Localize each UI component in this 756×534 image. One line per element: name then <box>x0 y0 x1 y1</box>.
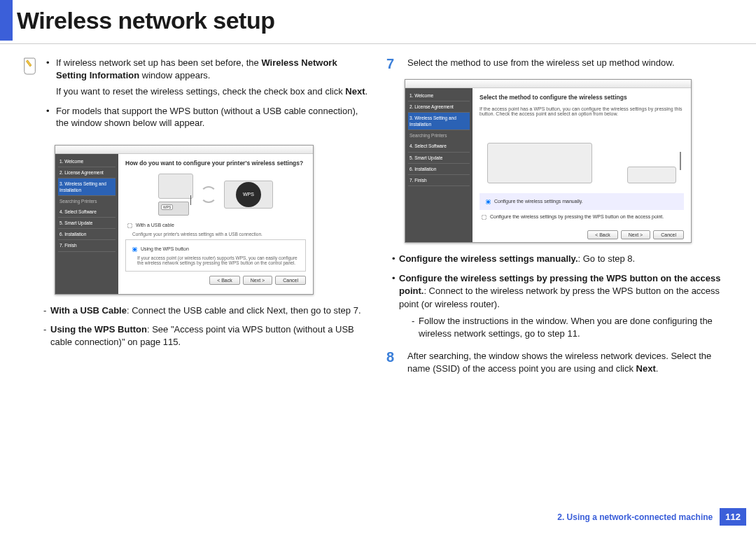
ss-titlebar <box>405 80 691 88</box>
ss-side-item-active: 3. Wireless Setting and Installation <box>408 113 470 130</box>
screenshot-method-select: 1. Welcome 2. License Agreement 3. Wirel… <box>405 79 692 243</box>
step-number: 7 <box>386 57 398 71</box>
ss-sidebar: 1. Welcome 2. License Agreement 3. Wirel… <box>55 154 118 294</box>
right-column: 7 Select the method to use from the wire… <box>378 57 742 384</box>
step-number: 8 <box>386 350 398 364</box>
radio-icon <box>127 223 133 228</box>
ss-radio-2: Using the WPS button <box>130 245 301 254</box>
ss-back-button: < Back <box>587 230 618 239</box>
router-icon: WPS <box>158 202 189 216</box>
ss-side-item: 1. Welcome <box>58 156 115 167</box>
step-7: 7 Select the method to use from the wire… <box>386 57 734 71</box>
header-rule <box>0 43 756 44</box>
ss-main: How do you want to configure your printe… <box>118 154 313 294</box>
method-option-list: Configure the wireless settings manually… <box>386 253 734 340</box>
ss-titlebar <box>55 146 313 154</box>
ss-next-button: Next > <box>621 230 650 239</box>
text: window appears. <box>139 70 210 80</box>
step-text: After searching, the window shows the wi… <box>407 350 734 375</box>
ss-heading: Select the method to configure the wirel… <box>479 94 684 101</box>
page-header: Wireless network setup <box>0 0 756 41</box>
ss-heading: How do you want to configure your printe… <box>125 160 306 167</box>
note-bullets: If wireless network set up has been set … <box>43 57 370 136</box>
opt-manual: Configure the wireless settings manually… <box>392 253 734 265</box>
ss-selected-row: Configure the wireless settings manually… <box>479 193 684 210</box>
label: Configure the wireless settings manually… <box>494 199 583 204</box>
ss-buttons: < Back Next > Cancel <box>125 276 306 285</box>
ss-side-item: 1. Welcome <box>408 90 470 101</box>
note-icon <box>22 57 38 76</box>
wps-badge: WPS <box>161 204 173 210</box>
ss-side-item-active: 3. Wireless Setting and Installation <box>58 178 115 196</box>
ss-side-item: Searching Printers <box>408 130 470 141</box>
text: . <box>656 363 659 374</box>
dash-item-wps: Using the WPS Button: See "Access point … <box>43 323 370 348</box>
ss-radio-1: With a USB cable <box>125 221 306 230</box>
ss-side-item: 6. Installation <box>408 164 470 175</box>
text-bold: Next <box>636 363 656 374</box>
ss-cancel-button: Cancel <box>275 276 306 285</box>
ss-back-button: < Back <box>209 276 240 285</box>
footer-chapter: 2. Using a network-connected machine <box>557 512 713 522</box>
note-bullet-2: For models that support the WPS button (… <box>46 105 370 129</box>
ss-diagram: WPS WPS <box>125 174 306 216</box>
dash-item-usb: With a USB Cable: Connect the USB cable … <box>43 304 370 317</box>
page-footer: 2. Using a network-connected machine 112 <box>557 508 746 526</box>
page-title: Wireless network setup <box>17 7 274 34</box>
ss-buttons: < Back Next > Cancel <box>479 230 684 239</box>
step-text: Select the method to use from the wirele… <box>407 57 734 69</box>
text: If you want to reset the wireless settin… <box>56 86 345 97</box>
ss-desc-1: Configure your printer's wireless settin… <box>132 232 306 237</box>
step-8: 8 After searching, the window shows the … <box>386 350 734 375</box>
label: Using the WPS button <box>141 246 189 251</box>
opt-wps-follow: Follow the instructions in the window. W… <box>399 315 734 340</box>
device-icon <box>158 174 193 199</box>
ss-cancel-button: Cancel <box>653 230 684 239</box>
text-bold: Next <box>345 86 365 97</box>
note-block: If wireless network set up has been set … <box>22 57 370 136</box>
text: : Connect the USB cable and click Next, … <box>127 305 361 316</box>
ss-sidebar: 1. Welcome 2. License Agreement 3. Wirel… <box>405 88 472 242</box>
sync-icon <box>200 186 217 203</box>
ss-side-item: 2. License Agreement <box>58 167 115 178</box>
radio-icon <box>132 246 138 252</box>
ss-side-item: 5. Smart Update <box>408 153 470 164</box>
wps-button-icon: WPS <box>236 182 261 207</box>
text: If wireless network set up has been set … <box>56 57 261 68</box>
page-number: 112 <box>720 508 746 526</box>
label: With a USB cable <box>136 223 174 227</box>
ss-side-item: 4. Select Software <box>58 206 115 218</box>
ss-side-item: 2. License Agreement <box>408 101 470 113</box>
radio-icon <box>486 199 491 205</box>
note-reset-line: If you want to reset the wireless settin… <box>56 85 370 98</box>
option-dash-list: With a USB Cable: Connect the USB cable … <box>22 304 370 349</box>
ss-radio-2: Configure the wireless settings by press… <box>479 213 684 222</box>
content-columns: If wireless network set up has been set … <box>0 57 756 384</box>
ss-side-item: Searching Printers <box>58 196 115 206</box>
text: : Connect to the wireless network by pre… <box>399 286 720 309</box>
printer-icon: WPS <box>224 181 273 209</box>
ss-subtext: If the access point has a WPS button, yo… <box>479 106 684 116</box>
opt-wps: Configure the wireless settings by press… <box>392 272 734 340</box>
text: . <box>365 86 368 97</box>
ss-main: Select the method to configure the wirel… <box>472 88 691 242</box>
note-bullet-1: If wireless network set up has been set … <box>46 57 370 98</box>
text-bold: Configure the wireless settings manually… <box>399 253 578 264</box>
ss-diagram <box>479 123 684 183</box>
text: : Go to step 8. <box>578 253 636 264</box>
radio-icon <box>482 215 487 220</box>
ss-radio-1: Configure the wireless settings manually… <box>484 197 680 206</box>
text-bold: Using the WPS Button <box>50 324 147 335</box>
ss-side-item: 6. Installation <box>58 229 115 240</box>
ss-next-button: Next > <box>243 276 272 285</box>
screenshot-wps-config: 1. Welcome 2. License Agreement 3. Wirel… <box>55 145 314 295</box>
header-accent-bar <box>0 0 13 41</box>
left-column: If wireless network set up has been set … <box>14 57 378 384</box>
ss-side-item: 7. Finish <box>408 175 470 186</box>
ss-side-item: 4. Select Software <box>408 141 470 152</box>
ss-desc-2: If your access point (or wireless router… <box>137 255 301 265</box>
ss-side-item: 5. Smart Update <box>58 218 115 229</box>
label: Configure the wireless settings by press… <box>490 214 664 219</box>
ss-side-item: 7. Finish <box>58 240 115 251</box>
text: After searching, the window shows the wi… <box>407 351 711 374</box>
